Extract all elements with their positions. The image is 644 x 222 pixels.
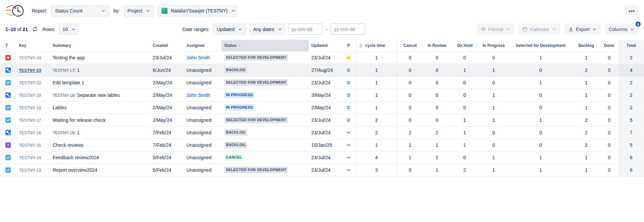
issue-type-cell: [0, 139, 16, 151]
created-date: 5/Feb/24: [150, 151, 184, 164]
selected-for-development-count: 1: [509, 151, 572, 164]
date-from-input[interactable]: [288, 24, 323, 35]
chevron-down-icon: [630, 27, 635, 32]
date-preset-select[interactable]: Any dates: [250, 24, 285, 35]
format-button[interactable]: Format: [477, 24, 514, 35]
issue-summary[interactable]: TESTNY-18/Separate new lables: [50, 89, 150, 101]
col-header-on-hold[interactable]: On Hold: [451, 40, 479, 51]
issue-key-cell: TESTNY-16: [16, 126, 50, 139]
table-row[interactable]: TESTNY-15 Check reviews 7/Feb/24 Unassig…: [0, 139, 644, 151]
issue-key-link[interactable]: TESTNY-19: [19, 93, 41, 98]
summary-text: Check reviews: [53, 142, 83, 148]
issue-key-cell: TESTNY-19: [16, 89, 50, 101]
issue-key-link[interactable]: TESTNY-16: [19, 131, 41, 135]
table-row[interactable]: TESTNY-19 TESTNY-18/Separate new lables …: [0, 89, 644, 101]
issue-summary[interactable]: Lables: [50, 101, 150, 114]
refresh-icon[interactable]: [32, 27, 37, 32]
table-row[interactable]: TESTNY-23 TESTNY-17/1 6/Jun/24 Unassigne…: [0, 64, 644, 76]
summary-text: Report overview2024: [53, 167, 97, 173]
in-progress-count: 0: [479, 126, 509, 139]
in-progress-count: 1: [479, 164, 509, 176]
col-header-in-progress[interactable]: In Progress: [479, 40, 509, 51]
col-header-created[interactable]: Created: [150, 40, 184, 51]
table-row[interactable]: TESTNY-18 Lables 2/May/24 Unassigned IN …: [0, 101, 644, 114]
col-header-assignee[interactable]: Assignee: [184, 40, 222, 51]
issue-summary[interactable]: Testing the app: [50, 51, 150, 64]
issue-key-link[interactable]: TESTNY-15: [19, 143, 41, 148]
issue-summary[interactable]: Waiting for release check: [50, 114, 150, 126]
table-row[interactable]: TESTNY-14 Feedback review2024 5/Feb/24 U…: [0, 151, 644, 164]
summary-text: Edit template 1: [53, 80, 84, 85]
col-header-total[interactable]: Total: [618, 40, 644, 51]
more-options-button[interactable]: •••: [625, 5, 639, 16]
in-progress-count: 1: [479, 101, 509, 114]
rows-per-page-select[interactable]: 10: [59, 24, 78, 35]
table-row[interactable]: TESTNY-17 Waiting for release check 2/Ma…: [0, 114, 644, 126]
calendar-button[interactable]: Calendar: [518, 24, 560, 35]
cycle-time-value: 3: [356, 164, 397, 176]
created-date: 2/May/24: [150, 89, 184, 101]
columns-button[interactable]: Columns 6: [605, 24, 639, 35]
in-review-count: 2: [423, 126, 451, 139]
total-count: 2: [618, 51, 644, 64]
col-header-in-review[interactable]: In Review: [423, 40, 451, 51]
issue-key-link[interactable]: TESTNY-23: [19, 68, 41, 73]
rows-label: Rows:: [42, 27, 55, 32]
selected-for-development-count: 1: [509, 164, 572, 176]
issue-summary[interactable]: Edit template 1: [50, 76, 150, 89]
issue-key-link[interactable]: TESTNY-22: [19, 81, 41, 85]
issue-type-cell: [0, 64, 16, 76]
col-header-done[interactable]: Done: [600, 40, 618, 51]
status-lozenge: BACKLOG: [224, 142, 247, 148]
assignee: Unassigned: [186, 142, 211, 148]
priority-icon: [346, 117, 351, 123]
table-row[interactable]: TESTNY-24 Testing the app 23/Jul/24 John…: [0, 51, 644, 64]
issue-key-link[interactable]: TESTNY-17: [19, 118, 41, 123]
issue-key-link[interactable]: TESTNY-24: [19, 56, 41, 60]
updated-date: 10/Jan/25: [309, 139, 341, 151]
issue-key-link[interactable]: TESTNY-13: [19, 168, 41, 173]
in-review-count: 1: [423, 139, 451, 151]
date-field-select[interactable]: Updated: [213, 24, 246, 35]
export-button[interactable]: Export: [564, 24, 600, 35]
on-hold-count: 0: [451, 51, 479, 64]
drag-handle-icon[interactable]: [359, 44, 362, 48]
group-by-select[interactable]: Project: [124, 5, 154, 17]
issue-key-link[interactable]: TESTNY-18: [19, 106, 41, 110]
report-type-select[interactable]: Status Count: [51, 5, 109, 17]
col-header-type[interactable]: T: [0, 40, 16, 51]
assignee[interactable]: John Smith: [186, 55, 210, 60]
col-header-cycle-time[interactable]: cycle time: [356, 40, 397, 51]
col-header-summary[interactable]: Summary: [50, 40, 150, 51]
col-header-backlog[interactable]: Backlog: [572, 40, 600, 51]
table-row[interactable]: TESTNY-13 Report overview2024 5/Feb/24 U…: [0, 164, 644, 176]
issue-summary[interactable]: TESTNY-17/1: [50, 64, 150, 76]
col-header-updated[interactable]: Updated: [309, 40, 341, 51]
issue-summary[interactable]: TESTNY-15/1: [50, 126, 150, 139]
issue-summary[interactable]: Report overview2024: [50, 164, 150, 176]
col-header-cancel[interactable]: Cancel: [397, 40, 423, 51]
issue-key-link[interactable]: TESTNY-14: [19, 156, 41, 160]
created-date: 7/Feb/24: [150, 126, 184, 139]
issue-summary[interactable]: Feedback review2024: [50, 151, 150, 164]
assignee[interactable]: John Smith: [186, 92, 210, 98]
col-header-selected-for-development[interactable]: Selected for Development: [509, 40, 572, 51]
project-select[interactable]: NataliaYSaasjet (TESTNY): [158, 5, 237, 17]
in-review-count: 0: [423, 114, 451, 126]
col-header-priority[interactable]: P: [341, 40, 356, 51]
status-cell: IN PROGRESS: [222, 101, 309, 114]
issue-summary[interactable]: Check reviews: [50, 139, 150, 151]
table-row[interactable]: TESTNY-22 Edit template 1 2/May/24 Unass…: [0, 76, 644, 89]
priority-cell: [341, 101, 356, 114]
on-hold-count: 1: [451, 114, 479, 126]
top-header-bar: Report: Status Count by: Project Natalia…: [0, 0, 644, 22]
date-field-value: Updated: [217, 27, 235, 32]
col-header-key[interactable]: Key: [16, 40, 50, 51]
status-lozenge: BACKLOG: [224, 67, 247, 73]
issue-type-icon: [5, 130, 11, 135]
issue-type-cell: [0, 76, 16, 89]
priority-icon: [346, 142, 351, 148]
table-row[interactable]: TESTNY-16 TESTNY-15/1 7/Feb/24 Unassigne…: [0, 126, 644, 139]
date-to-input[interactable]: [331, 24, 365, 35]
col-header-status[interactable]: Status↓: [222, 40, 309, 51]
